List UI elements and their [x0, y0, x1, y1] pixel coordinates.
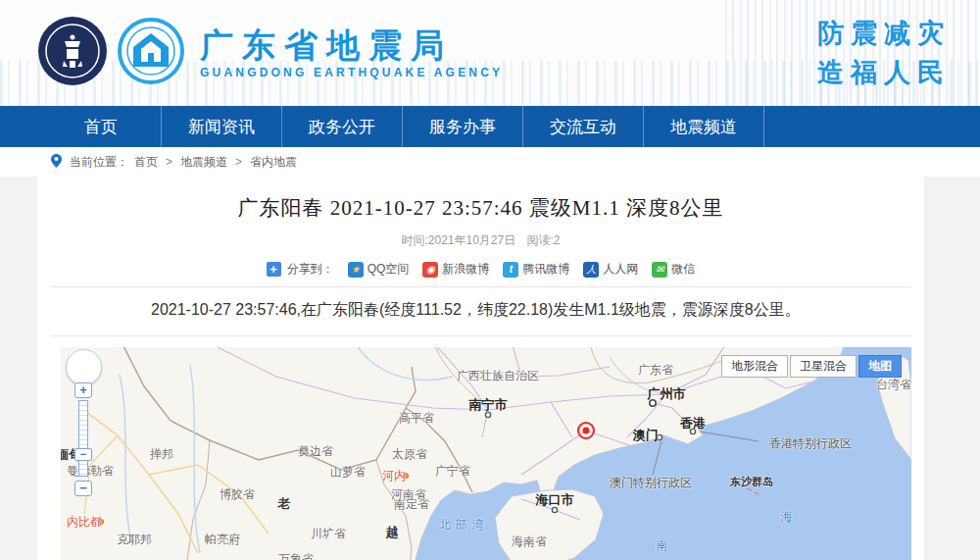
article-time: 时间:2021年10月27日 — [401, 233, 515, 247]
zoom-out-button[interactable]: − — [74, 481, 92, 496]
nav-item-services[interactable]: 服务办事 — [403, 106, 523, 147]
main-nav: 首页 新闻资讯 政务公开 服务办事 交流互动 地震频道 — [0, 106, 980, 147]
page-background: 广东阳春 2021-10-27 23:57:46 震级M1.1 深度8公里 时间… — [0, 177, 980, 560]
share-tencent-weibo-label: 腾讯微博 — [522, 261, 569, 278]
breadcrumb-provincial-earthquake[interactable]: 省内地震 — [250, 154, 297, 171]
guangdong-earthquake-agency-logo-icon — [118, 18, 184, 88]
map-pan-compass[interactable] — [66, 349, 102, 385]
share-wechat-button[interactable]: ✉ 微信 — [652, 261, 695, 278]
article-body: 2021-10-27 23:57:46,在广东阳春(经度111.52，纬度22.… — [37, 298, 924, 321]
map-type-switcher: 地形混合 卫星混合 地图 — [721, 355, 902, 378]
map-type-map-button[interactable]: 地图 — [858, 355, 902, 378]
slogan: 防震减灾 造福人民 — [817, 14, 951, 92]
share-renren-label: 人人网 — [603, 261, 638, 278]
nav-item-news[interactable]: 新闻资讯 — [162, 106, 282, 147]
share-renren-button[interactable]: 人 人人网 — [583, 261, 638, 278]
breadcrumb-home[interactable]: 首页 — [134, 154, 158, 171]
site-header: 广东省地震局 GUANGDONG EARTHQUAKE AGENCY 防震减灾 … — [0, 0, 980, 106]
share-plus-icon[interactable]: + — [267, 262, 281, 277]
epicenter-marker[interactable] — [577, 422, 595, 439]
share-wechat-label: 微信 — [671, 261, 695, 278]
breadcrumb-label: 当前位置： — [70, 154, 128, 171]
nav-item-gov-affairs[interactable]: 政务公开 — [282, 106, 403, 147]
pan-left-icon[interactable] — [70, 363, 79, 373]
nav-item-home[interactable]: 首页 — [41, 106, 162, 147]
breadcrumb-separator: > — [166, 155, 172, 169]
pan-right-icon[interactable] — [88, 363, 98, 373]
article-read-count: 阅读:2 — [527, 233, 561, 247]
pan-down-icon[interactable] — [79, 372, 89, 382]
share-qzone-button[interactable]: ★ QQ空间 — [348, 261, 410, 278]
breadcrumb: 当前位置： 首页 > 地震频道 > 省内地震 — [0, 147, 980, 177]
map-type-satellite-button[interactable]: 卫星混合 — [790, 355, 857, 378]
slogan-line1: 防震减灾 — [817, 14, 951, 53]
breadcrumb-earthquake-channel[interactable]: 地震频道 — [180, 154, 227, 171]
article-meta: 时间:2021年10月27日 阅读:2 — [37, 232, 924, 249]
share-tencent-weibo-button[interactable]: t 腾讯微博 — [503, 261, 569, 278]
breadcrumb-separator: > — [235, 155, 242, 169]
article-card: 广东阳春 2021-10-27 23:57:46 震级M1.1 深度8公里 时间… — [37, 177, 924, 560]
brand-block: 广东省地震局 GUANGDONG EARTHQUAKE AGENCY — [200, 26, 503, 79]
renren-icon: 人 — [583, 262, 599, 278]
china-earthquake-administration-logo-icon — [37, 16, 108, 90]
tencent-weibo-icon: t — [503, 262, 518, 278]
slogan-line2: 造福人民 — [817, 53, 951, 92]
wechat-icon: ✉ — [652, 262, 667, 278]
article-title: 广东阳春 2021-10-27 23:57:46 震级M1.1 深度8公里 — [37, 177, 924, 222]
map-canvas[interactable]: 广西壮族自治区南宁市广东省广州市香港澳门香港特别行政区澳门特别行政区东沙群岛台湾… — [61, 347, 911, 560]
share-bar: + 分享到： ★ QQ空间 ◉ 新浪微博 t 腾讯微博 人 人人网 ✉ 微信 — [37, 261, 924, 278]
zoom-in-button[interactable]: + — [74, 382, 92, 398]
qzone-icon: ★ — [348, 262, 364, 278]
divider — [51, 335, 910, 336]
share-label: 分享到： — [287, 261, 334, 278]
pan-up-icon[interactable] — [79, 353, 89, 363]
map-base-layer — [61, 347, 911, 560]
share-sina-weibo-button[interactable]: ◉ 新浪微博 — [422, 261, 489, 278]
agency-name-en: GUANGDONG EARTHQUAKE AGENCY — [200, 66, 503, 79]
map-type-terrain-button[interactable]: 地形混合 — [721, 355, 788, 378]
zoom-slider-track[interactable] — [78, 400, 88, 477]
agency-name-cn: 广东省地震局 — [200, 26, 503, 64]
divider — [51, 286, 910, 287]
share-sina-weibo-label: 新浪微博 — [442, 261, 489, 278]
nav-item-earthquake-channel[interactable]: 地震频道 — [644, 106, 764, 147]
share-qzone-label: QQ空间 — [368, 261, 410, 278]
sina-weibo-icon: ◉ — [422, 262, 438, 278]
nav-item-interaction[interactable]: 交流互动 — [523, 106, 644, 147]
location-pin-icon — [51, 154, 62, 171]
zoom-slider-handle[interactable]: − — [74, 448, 92, 461]
